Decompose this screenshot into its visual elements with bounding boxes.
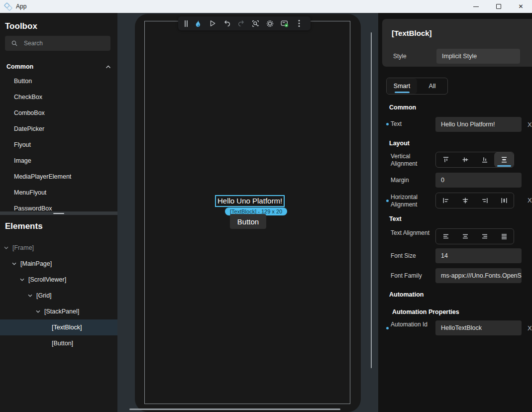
- tree-item-frame[interactable]: [Frame]: [0, 240, 117, 256]
- theme-toggle-button[interactable]: [263, 16, 277, 30]
- tree-item-stackpanel[interactable]: [StackPanel]: [0, 304, 117, 319]
- toolbox-item-flyout[interactable]: Flyout: [0, 137, 117, 153]
- toolbox-item-image[interactable]: Image: [0, 153, 117, 169]
- halign-stretch-icon: [500, 197, 508, 205]
- hot-design-flame-button[interactable]: [191, 16, 205, 30]
- valign-stretch-icon: [500, 156, 508, 164]
- tree-item-mainpage[interactable]: [MainPage]: [0, 256, 117, 272]
- undo-icon: [223, 19, 231, 27]
- halign-center-icon: [461, 197, 469, 205]
- tree-item-label: [TextBlock]: [52, 324, 82, 331]
- textalign-justify-button[interactable]: [494, 229, 514, 244]
- chevron-down-icon[interactable]: [36, 310, 40, 313]
- tab-smart[interactable]: Smart: [387, 78, 417, 94]
- redo-icon: [237, 19, 245, 27]
- toolbox-list: Button CheckBox ComboBox DatePicker Flyo…: [0, 73, 117, 216]
- chevron-down-icon[interactable]: [4, 246, 8, 249]
- halign-right-button[interactable]: [475, 193, 494, 208]
- toolbar-more-button[interactable]: [292, 16, 306, 30]
- toolbar-drag-handle[interactable]: [183, 16, 190, 30]
- toolbox-item-datepicker[interactable]: DatePicker: [0, 121, 117, 137]
- property-inspector: [TextBlock] Style Implicit Style Smart A…: [378, 13, 532, 412]
- tree-item-textblock-selected[interactable]: [TextBlock]: [0, 319, 117, 335]
- left-panel: Toolbox Search Common Button CheckBox Co…: [0, 13, 117, 412]
- halign-stretch-button[interactable]: [494, 193, 514, 208]
- inspector-tabs: Smart All: [386, 78, 448, 95]
- tab-all[interactable]: All: [417, 78, 447, 94]
- section-automation: Automation: [389, 291, 424, 298]
- minimize-button[interactable]: [465, 0, 487, 13]
- valign-center-button[interactable]: [455, 152, 475, 167]
- advanced-options-clipped-icon[interactable]: X: [528, 121, 532, 128]
- text-property-label: Text: [391, 120, 433, 128]
- chevron-up-icon: [106, 65, 111, 69]
- play-icon: [209, 19, 216, 27]
- tree-item-grid[interactable]: [Grid]: [0, 288, 117, 304]
- textalign-left-icon: [442, 232, 450, 240]
- canvas-button-element[interactable]: Button: [230, 214, 266, 229]
- style-value-field[interactable]: Implicit Style: [436, 49, 520, 64]
- title-bar: App ✕: [0, 0, 532, 13]
- toolbox-item-button[interactable]: Button: [0, 73, 117, 89]
- textalign-left-button[interactable]: [436, 229, 455, 244]
- toolbox-item-menuflyout[interactable]: MenuFlyout: [0, 185, 117, 201]
- modified-dot-horizontal-alignment: [386, 200, 389, 202]
- toolbox-search-input[interactable]: Search: [5, 36, 110, 51]
- panel-splitter[interactable]: [0, 211, 117, 215]
- text-property-field[interactable]: Hello Uno Platform!: [435, 117, 522, 132]
- modified-dot-automation-id: [386, 327, 389, 329]
- redo-button[interactable]: [234, 16, 248, 30]
- tree-item-button[interactable]: [Button]: [0, 335, 117, 351]
- section-layout: Layout: [389, 140, 410, 147]
- textalign-center-button[interactable]: [455, 229, 475, 244]
- tab-smart-label: Smart: [394, 83, 410, 90]
- sun-icon: [266, 19, 274, 28]
- advanced-options-clipped-icon[interactable]: X: [528, 324, 532, 332]
- font-family-field[interactable]: ms-appx:///Uno.Fonts.OpenSan: [435, 268, 522, 283]
- toolbox-item-combobox[interactable]: ComboBox: [0, 105, 117, 121]
- automation-id-field[interactable]: HelloTextBlock: [435, 320, 522, 335]
- font-size-field[interactable]: 14: [435, 248, 522, 263]
- section-common: Common: [389, 104, 416, 111]
- toolbox-item-mediaplayerelement[interactable]: MediaPlayerElement: [0, 169, 117, 185]
- textalign-right-icon: [481, 232, 489, 240]
- halign-left-button[interactable]: [436, 193, 455, 208]
- text-alignment-label: Text Alignment: [391, 229, 433, 237]
- advanced-options-clipped-icon[interactable]: X: [528, 197, 532, 204]
- inspect-element-button[interactable]: [248, 16, 263, 30]
- undo-button[interactable]: [219, 16, 234, 30]
- valign-top-button[interactable]: [436, 152, 455, 167]
- tab-active-indicator: [395, 92, 410, 93]
- tree-item-label: [Frame]: [12, 244, 34, 251]
- play-button[interactable]: [205, 16, 219, 30]
- chevron-down-icon[interactable]: [28, 294, 32, 297]
- close-button[interactable]: ✕: [510, 0, 532, 13]
- halign-center-button[interactable]: [455, 193, 475, 208]
- textalign-center-icon: [461, 232, 469, 240]
- chevron-down-icon[interactable]: [20, 278, 24, 281]
- toolbox-item-checkbox[interactable]: CheckBox: [0, 89, 117, 105]
- valign-stretch-button[interactable]: [494, 152, 514, 167]
- text-alignment-group: [435, 228, 514, 244]
- margin-field[interactable]: 0: [435, 173, 522, 188]
- maximize-button[interactable]: [487, 0, 510, 13]
- canvas-vertical-scrollbar[interactable]: [371, 32, 372, 368]
- inspector-header-card: [TextBlock] Style Implicit Style: [382, 19, 532, 67]
- canvas-horizontal-scrollbar[interactable]: [129, 409, 340, 410]
- form-validation-button[interactable]: [277, 16, 292, 30]
- automation-properties-subheader: Automation Properties: [392, 309, 459, 315]
- tree-item-scrollviewer[interactable]: [ScrollViewer]: [0, 272, 117, 288]
- toolbox-section-common[interactable]: Common: [6, 61, 111, 73]
- tree-item-label: [ScrollViewer]: [28, 276, 66, 283]
- app-window: App ✕ Toolbox Search Common Button Check…: [0, 0, 532, 412]
- valign-center-icon: [461, 156, 469, 164]
- textalign-right-button[interactable]: [475, 229, 494, 244]
- chevron-down-icon[interactable]: [12, 262, 16, 265]
- elements-tree: [Frame] [MainPage] [ScrollViewer] [Grid]…: [0, 240, 117, 351]
- minimize-icon: [473, 6, 479, 7]
- valign-bottom-button[interactable]: [475, 152, 494, 167]
- design-canvas: Hello Uno Platform! [TextBlock] - 129 x …: [117, 13, 378, 412]
- canvas-selected-textblock[interactable]: Hello Uno Platform!: [215, 195, 285, 207]
- vertical-alignment-group: [435, 152, 514, 168]
- flame-icon: [194, 19, 202, 28]
